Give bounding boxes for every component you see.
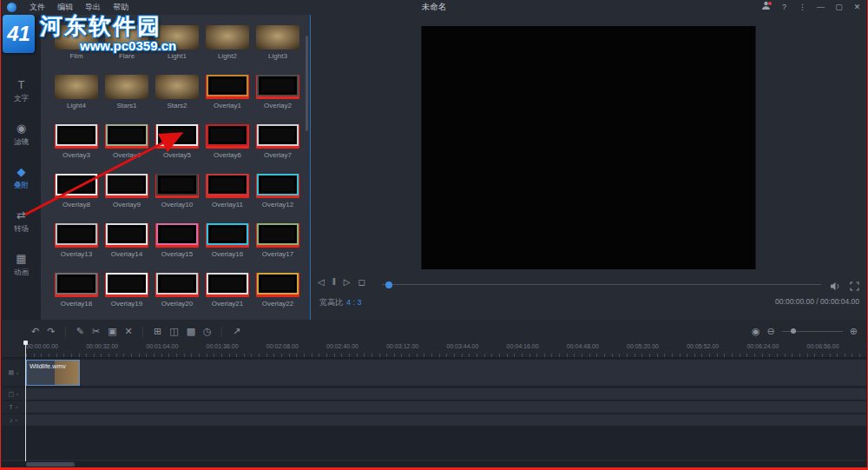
overlay-thumbnail[interactable]	[256, 174, 299, 198]
titlebar-close-button[interactable]: ✕	[848, 0, 866, 15]
pause-button[interactable]: ‖	[332, 276, 336, 288]
overlay-item-light3[interactable]: Light3	[254, 25, 301, 60]
mosaic-button[interactable]: ▩	[187, 326, 195, 337]
sidebar-item-transition[interactable]: ⇄转场	[2, 209, 41, 235]
overlay-item-overlay13[interactable]: Overlay13	[53, 223, 100, 258]
track-lock-icon[interactable]: ▫	[16, 391, 18, 397]
titlebar-user-icon[interactable]	[757, 0, 775, 15]
step-back-button[interactable]: ◁	[318, 276, 325, 288]
track-lock-icon[interactable]: ▫	[16, 404, 17, 410]
overlay-item-stars2[interactable]: Stars2	[154, 75, 201, 109]
overlay-item-overlay21[interactable]: Overlay21	[204, 273, 251, 308]
export-button[interactable]: ↗	[233, 326, 240, 337]
overlay-thumbnail[interactable]	[55, 75, 98, 99]
overlay-thumbnail[interactable]	[256, 25, 299, 50]
edit-button[interactable]: ✎	[76, 326, 84, 337]
overlay-item-overlay6[interactable]: Overlay6	[204, 124, 251, 159]
zoom-in-button[interactable]: ⊕	[850, 326, 858, 337]
crop-button[interactable]: ⊞	[154, 326, 161, 337]
panel-scrollbar[interactable]	[306, 36, 308, 131]
overlay-thumbnail[interactable]	[105, 223, 148, 248]
overlay-item-overlay15[interactable]: Overlay15	[154, 223, 201, 258]
track-header-overlay[interactable]: ▢▫	[2, 388, 25, 400]
overlay-thumbnail[interactable]	[256, 273, 299, 297]
overlay-item-overlay22[interactable]: Overlay22	[254, 273, 301, 308]
overlay-thumbnail[interactable]	[105, 273, 148, 297]
stop-button[interactable]: ◻	[358, 276, 365, 288]
split-button[interactable]: ◫	[169, 326, 178, 337]
zoom-slider[interactable]	[782, 331, 843, 332]
cut-button[interactable]: ✂	[92, 326, 100, 337]
menu-item-1[interactable]: 文件	[23, 0, 51, 15]
seek-handle[interactable]	[385, 281, 392, 288]
duration-button[interactable]: ◷	[203, 326, 212, 337]
timeline-track-text[interactable]	[26, 401, 866, 413]
overlay-thumbnail[interactable]	[155, 223, 199, 248]
overlay-thumbnail[interactable]	[155, 75, 199, 99]
horizontal-scrollbar[interactable]	[2, 461, 866, 467]
overlay-thumbnail[interactable]	[55, 25, 98, 50]
overlay-thumbnail[interactable]	[55, 273, 98, 297]
sidebar-item-overlay[interactable]: ◆叠附	[2, 166, 41, 191]
overlay-thumbnail[interactable]	[105, 75, 148, 99]
overlay-item-overlay16[interactable]: Overlay16	[204, 223, 251, 258]
redo-button[interactable]: ↷	[47, 326, 55, 337]
overlay-item-overlay14[interactable]: Overlay14	[103, 223, 150, 258]
titlebar-help-button[interactable]: ?	[775, 0, 793, 15]
overlay-item-overlay2[interactable]: Overlay2	[254, 75, 301, 109]
timeline-track-video[interactable]	[26, 360, 866, 386]
overlay-item-overlay18[interactable]: Overlay18	[53, 273, 100, 308]
timeline-track-music[interactable]	[26, 414, 866, 426]
zoom-out-button[interactable]: ⊖	[767, 326, 775, 337]
overlay-item-overlay7[interactable]: Overlay7	[254, 124, 301, 159]
track-lock-icon[interactable]: ▫	[16, 417, 17, 423]
overlay-thumbnail[interactable]	[206, 273, 249, 297]
overlay-thumbnail[interactable]	[55, 223, 98, 248]
overlay-item-overlay8[interactable]: Overlay8	[53, 174, 100, 209]
overlay-thumbnail[interactable]	[155, 25, 199, 50]
sidebar-item-text[interactable]: T文字	[2, 79, 41, 104]
overlay-thumbnail[interactable]	[105, 124, 148, 149]
overlay-thumbnail[interactable]	[55, 124, 98, 149]
copy-button[interactable]: ▣	[108, 326, 116, 337]
titlebar-minimize-button[interactable]: —	[812, 0, 830, 15]
zoom-slider-handle[interactable]	[791, 328, 796, 334]
sidebar-item-animation[interactable]: ▦动画	[2, 253, 41, 278]
titlebar-maximize-button[interactable]: ▢	[830, 0, 848, 15]
overlay-item-overlay4[interactable]: Overlay4	[103, 124, 150, 159]
overlay-thumbnail[interactable]	[206, 223, 249, 248]
overlay-item-overlay9[interactable]: Overlay9	[103, 174, 150, 209]
track-header-video[interactable]: ▤▫	[2, 360, 25, 386]
fullscreen-icon[interactable]	[850, 279, 859, 295]
overlay-thumbnail[interactable]	[256, 124, 299, 149]
overlay-item-overlay10[interactable]: Overlay10	[154, 174, 201, 209]
overlay-item-overlay5[interactable]: Overlay5	[154, 124, 201, 159]
overlay-thumbnail[interactable]	[105, 174, 148, 198]
timeline-clip[interactable]: Wildlife.wmv	[26, 360, 80, 386]
overlay-thumbnail[interactable]	[256, 75, 299, 99]
play-button[interactable]: ▷	[344, 276, 351, 288]
overlay-thumbnail[interactable]	[206, 25, 249, 50]
overlay-item-overlay12[interactable]: Overlay12	[254, 174, 301, 209]
aspect-ratio[interactable]: 宽高比4 : 3	[319, 297, 362, 308]
track-header-music[interactable]: ♪▫	[2, 414, 25, 426]
overlay-item-overlay3[interactable]: Overlay3	[53, 124, 100, 159]
horizontal-scrollbar-handle[interactable]	[26, 462, 75, 467]
delete-button[interactable]: ✕	[125, 326, 133, 337]
overlay-item-light1[interactable]: Light1	[154, 25, 201, 60]
overlay-thumbnail[interactable]	[155, 273, 199, 297]
playhead-handle[interactable]	[23, 341, 28, 345]
overlay-item-light4[interactable]: Light4	[53, 75, 100, 109]
titlebar-more-button[interactable]: ⋮	[793, 0, 812, 15]
overlay-thumbnail[interactable]	[206, 124, 249, 149]
overlay-thumbnail[interactable]	[206, 174, 249, 198]
volume-icon[interactable]	[830, 279, 841, 295]
overlay-item-overlay19[interactable]: Overlay19	[103, 273, 150, 308]
overlay-thumbnail[interactable]	[55, 174, 98, 198]
menu-item-3[interactable]: 导出	[79, 0, 107, 15]
track-header-text[interactable]: T▫	[2, 401, 25, 413]
menu-item-4[interactable]: 帮助	[107, 0, 135, 15]
overlay-item-light2[interactable]: Light2	[204, 25, 251, 60]
overlay-thumbnail[interactable]	[155, 174, 199, 198]
sidebar-item-filter[interactable]: ◉滤镜	[2, 122, 41, 148]
